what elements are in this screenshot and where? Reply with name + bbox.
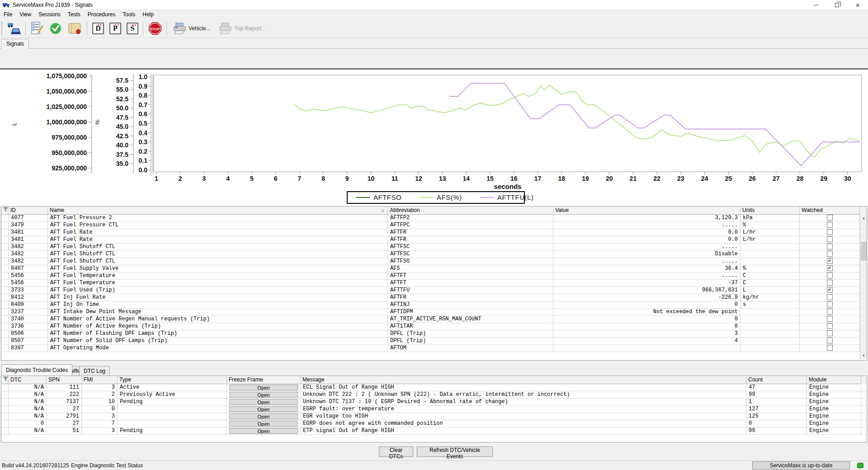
signal-row[interactable]: 8407AFT Fuel Supply ValveAFS36.4%✔	[1, 265, 867, 273]
freeze-frame-open-button[interactable]: Open	[229, 421, 298, 427]
restore-button[interactable]	[826, 0, 847, 10]
filter-header-cell[interactable]	[1, 207, 9, 215]
toolbar-grip[interactable]	[1, 22, 3, 35]
signal-row[interactable]: 3479AFT Fuel Pressure CTLAFTFPC.....%	[1, 222, 867, 229]
column-header-units[interactable]: Units	[741, 207, 800, 215]
watched-checkbox[interactable]	[827, 273, 833, 278]
watched-checkbox[interactable]	[827, 222, 833, 228]
signal-row[interactable]: 8506AFT Number of Flashing DPF Lamps (Tr…	[1, 330, 867, 338]
session-editor-button[interactable]	[28, 20, 46, 37]
menu-item-view[interactable]: View	[16, 10, 35, 19]
freeze-frame-open-button[interactable]: Open	[229, 392, 298, 398]
dtc-row[interactable]: N/A270OpenEGRP fault: over temperature12…	[1, 406, 867, 413]
signals-scrollbar[interactable]: ▲ ▼	[860, 215, 867, 359]
freeze-frame-open-button[interactable]: Open	[229, 428, 298, 434]
column-header-spn[interactable]: SPN	[47, 376, 82, 384]
signal-row[interactable]: 8409AFT Inj On TimeAFTINJ0s	[1, 301, 867, 309]
dtc-tab-diagnostic-trouble-codes[interactable]: Diagnostic Trouble Codes	[1, 364, 72, 376]
stop-button[interactable]: STOP	[146, 20, 165, 37]
signal-cell-value: .....	[553, 273, 741, 279]
column-header-message[interactable]: Message	[301, 376, 746, 384]
scroll-down-icon[interactable]: ▼	[860, 352, 867, 359]
dtc-row[interactable]: N/A1113ActiveOpenECL Signal Out of Range…	[1, 384, 867, 391]
dtc-cell-count: 47	[746, 384, 807, 391]
update-status-button[interactable]: ServiceMaxx is up-to-date	[752, 461, 850, 470]
column-header-name[interactable]: Name▲	[48, 207, 388, 215]
watched-checkbox[interactable]: ✔	[827, 258, 833, 264]
signal-row[interactable]: 8412AFT Inj Fuel RateAFTFR-226.9kg/hr	[1, 294, 867, 301]
column-header-watched[interactable]: Watched	[800, 207, 860, 215]
d-monitor-button[interactable]: ●●D	[90, 20, 106, 37]
watched-checkbox[interactable]	[827, 309, 833, 315]
watched-checkbox[interactable]: ✔	[827, 287, 833, 293]
watched-checkbox[interactable]	[827, 338, 833, 343]
signal-row[interactable]: 3740AFT Number of Active Regen Manual re…	[1, 316, 867, 323]
signal-row[interactable]: 5456AFT Fuel TemperatureAFTFT.....C	[1, 273, 867, 280]
watched-checkbox[interactable]	[827, 294, 833, 300]
signal-row[interactable]: 3237AFT Intake Dew Point MessageAFTIDPMN…	[1, 309, 867, 316]
signal-row[interactable]: 5456AFT Fuel TemperatureAFTFT-37C	[1, 280, 867, 287]
watched-checkbox[interactable]	[827, 236, 833, 242]
column-header-abbreviation[interactable]: Abbreviation	[388, 207, 553, 215]
column-header-fmi[interactable]: FMI	[82, 376, 118, 384]
menu-item-procedures[interactable]: Procedures	[84, 10, 119, 19]
column-header-module[interactable]: Module	[807, 376, 861, 384]
watched-checkbox[interactable]	[827, 330, 833, 336]
menu-item-file[interactable]: File	[0, 10, 16, 19]
freeze-frame-open-button[interactable]: Open	[229, 406, 298, 412]
signal-row[interactable]: 4077AFT Fuel Pressure 2AFTFP23,129.3kPa	[1, 215, 867, 222]
clear-dtcs-button[interactable]: Clear DTCs	[379, 446, 413, 457]
dtc-row[interactable]: N/A27913OpenEGR voltage too HIGH125Engin…	[1, 413, 867, 420]
signal-row[interactable]: 3736AFT Number of Active Regens (Trip)AF…	[1, 323, 867, 330]
p-monitor-button[interactable]: ●●P	[108, 20, 123, 37]
filter-header-cell[interactable]	[1, 376, 9, 384]
connect-vehicle-button[interactable]	[5, 20, 24, 37]
watched-checkbox[interactable]	[827, 316, 833, 322]
dtc-row[interactable]: N/A2222Previously ActiveOpenUnknown DTC …	[1, 391, 867, 399]
dtc-row[interactable]: N/A713710PendingOpenUnknown DTC 7137 : 1…	[1, 399, 867, 406]
signal-row[interactable]: 8397AFT Operating ModeAFTOM	[1, 345, 867, 352]
watched-checkbox[interactable]	[827, 251, 833, 257]
column-header-id[interactable]: ID	[9, 207, 48, 215]
column-header-freeze-frame[interactable]: Freeze Frame	[227, 376, 301, 384]
dtc-row[interactable]: N/A513PendingOpenETP signal Out of Range…	[1, 428, 867, 435]
dtc-row[interactable]: 0277OpenEGRP does not agree with command…	[1, 420, 867, 428]
column-header-dtc[interactable]: DTC	[9, 376, 47, 384]
menu-item-tools[interactable]: Tools	[119, 10, 139, 19]
minimize-button[interactable]	[806, 0, 826, 10]
close-button[interactable]: ✕	[847, 0, 868, 10]
watched-checkbox[interactable]	[827, 244, 833, 249]
menu-item-sessions[interactable]: Sessions	[35, 10, 64, 19]
signal-row[interactable]: 3482AFT Fuel Shutoff CTLAFTFSCDisable	[1, 251, 867, 258]
vehicle-report-button[interactable]: Vehicle...	[170, 20, 213, 37]
menu-item-help[interactable]: Help	[139, 10, 157, 19]
menu-item-tests[interactable]: Tests	[64, 10, 84, 19]
column-header-value[interactable]: Value	[553, 207, 741, 215]
refresh-dtc-button[interactable]: Refresh DTC/Vehicle Events	[417, 446, 493, 457]
watched-checkbox[interactable]	[827, 345, 833, 351]
watched-checkbox[interactable]	[827, 215, 833, 221]
signal-row[interactable]: 8507AFT Number of Solid DPF Lamps (Trip)…	[1, 338, 867, 345]
watched-checkbox[interactable]	[827, 280, 833, 286]
watched-checkbox[interactable]	[827, 229, 833, 235]
signal-row[interactable]: 3481AFT Fuel RateAFTFR0.0L/hr	[1, 236, 867, 244]
signal-row[interactable]: 3733AFT Fuel Used (Trip)AFTTFU966,367,63…	[1, 287, 867, 294]
column-header-type[interactable]: Type	[118, 376, 227, 384]
freeze-frame-open-button[interactable]: Open	[229, 385, 298, 390]
signal-row[interactable]: 3481AFT Fuel RateAFTFR0.0L/hr	[1, 229, 867, 236]
watched-checkbox[interactable]	[827, 323, 833, 329]
fault-log-button[interactable]	[65, 20, 85, 37]
scroll-up-icon[interactable]: ▲	[860, 215, 867, 222]
tab-signals[interactable]: Signals	[1, 39, 29, 49]
column-header-count[interactable]: Count	[746, 376, 807, 384]
signal-row[interactable]: 3482AFT Fuel Shutoff CTLAFTFSO.....✔	[1, 258, 867, 265]
signal-row[interactable]: 3482AFT Fuel Shutoff CTLAFTFSC.....	[1, 244, 867, 251]
freeze-frame-open-button[interactable]: Open	[229, 414, 298, 419]
watched-checkbox[interactable]: ✔	[827, 265, 833, 271]
health-check-button[interactable]	[47, 20, 64, 37]
s-monitor-button[interactable]: ●●S	[125, 20, 140, 37]
scroll-thumb[interactable]	[861, 242, 867, 261]
dtc-tab-dtc-log[interactable]: DTC Log	[79, 366, 110, 376]
watched-checkbox[interactable]	[827, 301, 833, 307]
freeze-frame-open-button[interactable]: Open	[229, 399, 298, 405]
